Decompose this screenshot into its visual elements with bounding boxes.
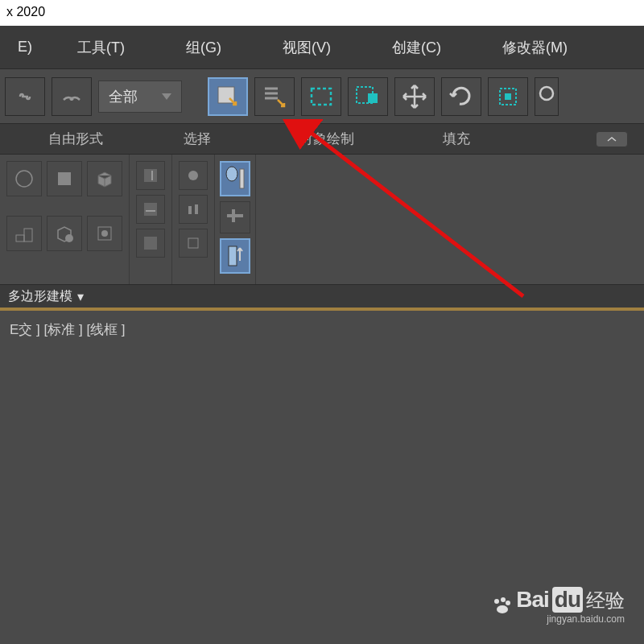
ribbon-tool-c[interactable] (136, 229, 165, 258)
svg-point-11 (65, 234, 73, 242)
svg-point-21 (226, 167, 237, 181)
svg-rect-18 (188, 206, 192, 214)
svg-point-31 (497, 605, 508, 613)
svg-rect-16 (144, 237, 157, 250)
modeling-tool-5[interactable] (47, 216, 82, 251)
ribbon-tool-a[interactable] (136, 161, 165, 190)
watermark: Bai du 经验 jingyan.baidu.com (490, 587, 625, 625)
main-toolbar: 全部 (0, 69, 644, 124)
menu-edit[interactable]: E) (3, 32, 47, 62)
svg-point-17 (188, 171, 198, 180)
select-by-name-button[interactable] (254, 77, 295, 116)
unlink-button[interactable] (52, 77, 92, 116)
ribbon-tool-e[interactable] (179, 195, 208, 224)
svg-rect-15 (144, 203, 157, 216)
svg-point-6 (540, 87, 553, 100)
svg-point-30 (506, 601, 510, 605)
ribbon-tool-g[interactable] (220, 201, 250, 233)
ribbon-highlighted-1[interactable] (220, 161, 250, 196)
rotate-button[interactable] (441, 77, 481, 116)
ribbon-group-2 (130, 155, 172, 284)
watermark-url: jingyan.baidu.com (516, 613, 625, 625)
svg-rect-8 (58, 172, 71, 185)
svg-rect-19 (195, 204, 198, 214)
collapse-ribbon-button[interactable] (596, 131, 628, 147)
svg-rect-24 (232, 209, 235, 222)
paw-icon (490, 595, 513, 617)
ribbon-group-4 (215, 155, 256, 284)
menu-create[interactable]: 创建(C) (378, 31, 456, 64)
svg-rect-3 (368, 93, 378, 103)
group-label-text: 多边形建模 (8, 288, 72, 305)
chevron-down-icon[interactable]: ▾ (77, 289, 84, 304)
window-crossing-button[interactable] (348, 77, 388, 116)
svg-rect-14 (144, 169, 157, 182)
modeling-tool-6[interactable] (87, 216, 122, 251)
modeling-tool-2[interactable] (47, 161, 82, 196)
svg-point-13 (101, 230, 108, 237)
select-object-button[interactable] (208, 77, 248, 116)
svg-rect-1 (312, 89, 331, 105)
filter-label: 全部 (109, 87, 138, 106)
menubar: E) 工具(T) 组(G) 视图(V) 创建(C) 修改器(M) (0, 26, 644, 69)
selection-filter-dropdown[interactable]: 全部 (98, 80, 182, 113)
move-button[interactable] (394, 77, 435, 116)
watermark-brand-2: du (552, 587, 583, 613)
svg-rect-10 (24, 229, 32, 242)
menu-modifiers[interactable]: 修改器(M) (488, 31, 582, 64)
titlebar: x 2020 (0, 0, 644, 26)
additional-tool-button[interactable] (535, 77, 559, 116)
ribbon-group-label: 多边形建模 ▾ (0, 285, 644, 309)
svg-point-28 (494, 599, 499, 604)
modeling-tool-3[interactable] (87, 161, 122, 196)
tab-populate[interactable]: 填充 (427, 123, 486, 155)
scale-button[interactable] (488, 77, 528, 116)
menu-group[interactable]: 组(G) (171, 31, 236, 64)
svg-point-7 (16, 171, 32, 187)
svg-rect-5 (505, 93, 511, 100)
ribbon-panel (0, 155, 644, 285)
modeling-tool-4[interactable] (6, 216, 42, 251)
ribbon-group-modeling (0, 155, 130, 284)
tab-freeform[interactable]: 自由形式 (32, 123, 119, 155)
svg-point-29 (501, 597, 506, 602)
ribbon-group-3 (172, 155, 215, 284)
svg-rect-22 (240, 169, 244, 188)
ribbon-tool-d[interactable] (179, 161, 208, 190)
watermark-brand-1: Bai (516, 587, 549, 613)
menu-view[interactable]: 视图(V) (268, 31, 345, 64)
rectangular-selection-button[interactable] (301, 77, 341, 116)
svg-rect-25 (229, 246, 237, 266)
tab-object-paint[interactable]: 对象绘制 (283, 123, 370, 155)
svg-rect-20 (188, 238, 198, 248)
viewport-label[interactable]: E交 ] [标准 ] [线框 ] (10, 322, 126, 337)
app-title: x 2020 (6, 5, 45, 19)
ribbon-tool-b[interactable] (136, 195, 165, 224)
ribbon-tool-f[interactable] (179, 229, 208, 258)
svg-rect-9 (16, 235, 24, 242)
watermark-suffix: 经验 (586, 588, 625, 613)
chevron-down-icon (162, 93, 171, 100)
tab-selection[interactable]: 选择 (167, 123, 227, 155)
link-button[interactable] (5, 77, 45, 116)
ribbon-tabs: 自由形式 选择 对象绘制 填充 (0, 124, 644, 155)
modeling-tool-1[interactable] (6, 161, 42, 196)
ribbon-highlighted-2[interactable] (220, 238, 250, 274)
menu-tools[interactable]: 工具(T) (63, 31, 139, 64)
